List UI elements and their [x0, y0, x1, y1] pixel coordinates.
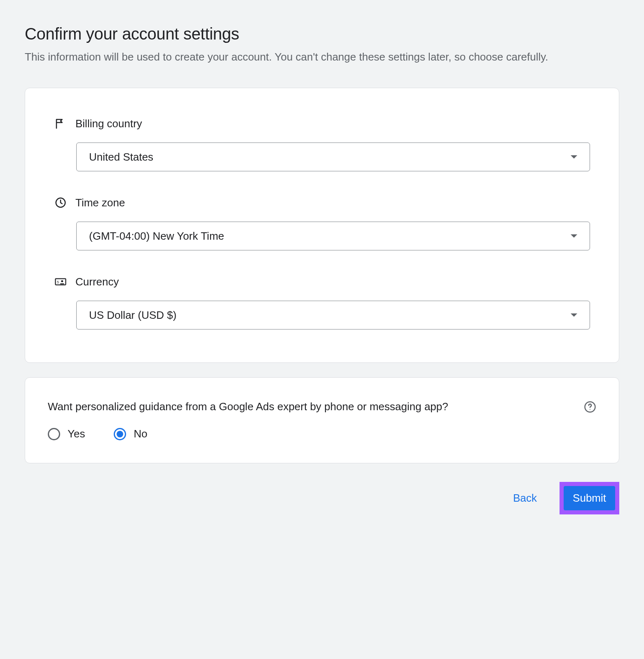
- currency-value: US Dollar (USD $): [89, 309, 176, 322]
- guidance-card: Want personalized guidance from a Google…: [25, 377, 619, 463]
- radio-yes[interactable]: Yes: [48, 428, 85, 440]
- settings-card: Billing country United States Time zone …: [25, 88, 619, 363]
- page-title: Confirm your account settings: [25, 25, 619, 43]
- clock-icon: [54, 196, 67, 209]
- time-zone-group: Time zone (GMT-04:00) New York Time: [54, 196, 590, 250]
- radio-group: Yes No: [48, 428, 596, 440]
- radio-no-label: No: [133, 428, 147, 440]
- radio-yes-label: Yes: [68, 428, 85, 440]
- billing-country-group: Billing country United States: [54, 117, 590, 171]
- radio-no[interactable]: No: [114, 428, 147, 440]
- currency-select[interactable]: US Dollar (USD $): [76, 301, 590, 330]
- currency-card-icon: 5: [54, 275, 67, 288]
- billing-country-select[interactable]: United States: [76, 143, 590, 171]
- chevron-down-icon: [571, 234, 577, 238]
- submit-button[interactable]: Submit: [564, 486, 615, 510]
- page-subtitle: This information will be used to create …: [25, 49, 602, 65]
- chevron-down-icon: [571, 313, 577, 317]
- time-zone-select[interactable]: (GMT-04:00) New York Time: [76, 222, 590, 250]
- help-icon[interactable]: [584, 401, 596, 413]
- flag-icon: [54, 117, 67, 130]
- currency-label: Currency: [75, 276, 119, 288]
- svg-point-5: [590, 409, 590, 410]
- chevron-down-icon: [571, 155, 577, 159]
- footer: Back Submit: [25, 482, 619, 514]
- radio-no-circle: [114, 428, 126, 440]
- svg-text:5: 5: [57, 280, 59, 284]
- time-zone-value: (GMT-04:00) New York Time: [89, 230, 224, 243]
- billing-country-label: Billing country: [75, 117, 142, 130]
- back-button[interactable]: Back: [505, 487, 545, 509]
- guidance-question: Want personalized guidance from a Google…: [48, 400, 448, 413]
- radio-yes-circle: [48, 428, 60, 440]
- currency-group: 5 Currency US Dollar (USD $): [54, 275, 590, 330]
- billing-country-value: United States: [89, 151, 153, 164]
- submit-highlight: Submit: [560, 482, 619, 514]
- svg-point-3: [61, 280, 63, 282]
- time-zone-label: Time zone: [75, 196, 125, 209]
